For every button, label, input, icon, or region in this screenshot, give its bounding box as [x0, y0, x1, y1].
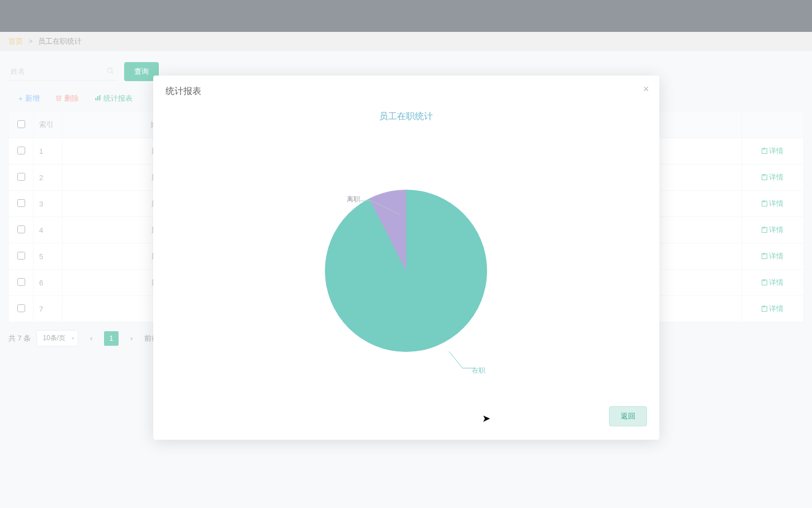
modal-footer: 返回	[166, 406, 647, 426]
stats-modal: 统计报表 × 员工在职统计 离职 在职 返回	[153, 76, 659, 440]
modal-close-button[interactable]: ×	[643, 83, 649, 95]
modal-overlay: 统计报表 × 员工在职统计 离职 在职 返回	[0, 0, 812, 508]
chart-area: 员工在职统计 离职 在职	[166, 111, 647, 396]
pie-chart	[325, 190, 487, 352]
pie-label-on: 在职	[472, 366, 485, 375]
modal-title: 统计报表	[166, 86, 647, 97]
chart-title: 员工在职统计	[166, 111, 647, 123]
return-button[interactable]: 返回	[609, 406, 647, 426]
pie-label-off: 离职	[347, 195, 360, 204]
leader-line-off	[360, 199, 400, 215]
